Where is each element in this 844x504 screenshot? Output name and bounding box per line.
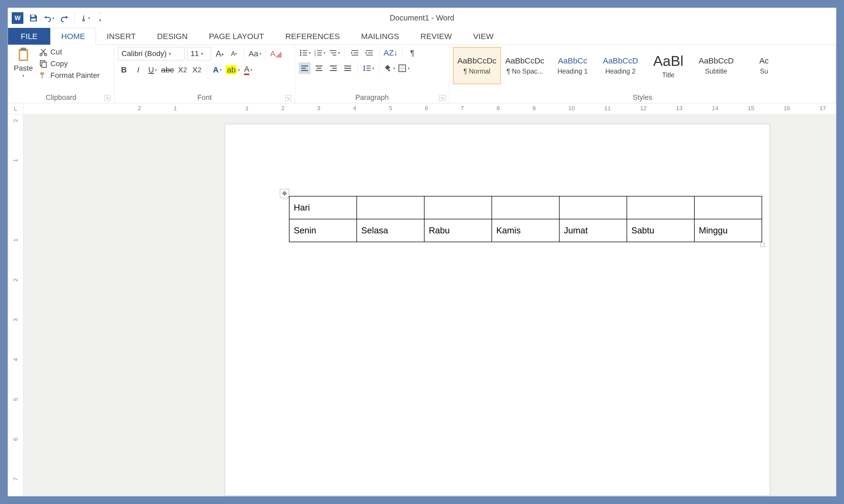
- font-color-button[interactable]: A: [242, 64, 254, 76]
- underline-button[interactable]: U: [147, 64, 158, 76]
- ruler-corner: L: [8, 103, 23, 114]
- svg-rect-1: [31, 18, 36, 21]
- table-cell[interactable]: [694, 196, 762, 219]
- save-button[interactable]: [28, 13, 39, 23]
- redo-button[interactable]: [59, 13, 70, 23]
- tab-page-layout[interactable]: PAGE LAYOUT: [198, 28, 275, 44]
- svg-rect-4: [21, 48, 26, 51]
- word-app-icon[interactable]: W: [12, 12, 23, 24]
- group-styles: AaBbCcDc¶ NormalAaBbCcDc¶ No Spac...AaBb…: [449, 45, 836, 103]
- highlight-button[interactable]: ab: [226, 64, 240, 76]
- copy-button[interactable]: Copy: [37, 59, 101, 69]
- undo-button[interactable]: ▾: [44, 13, 54, 23]
- bullets-button[interactable]: [299, 47, 311, 59]
- document-canvas[interactable]: ✥ HariSeninSelasaRabuKamisJumatSabtuMing…: [23, 114, 836, 496]
- tab-insert[interactable]: INSERT: [96, 28, 146, 44]
- tab-review[interactable]: REVIEW: [410, 28, 463, 44]
- tab-home[interactable]: HOME: [50, 28, 96, 45]
- group-label: Styles: [453, 92, 832, 103]
- document-table[interactable]: HariSeninSelasaRabuKamisJumatSabtuMinggu: [289, 196, 762, 242]
- table-resize-handle[interactable]: [760, 243, 765, 247]
- borders-button[interactable]: [398, 62, 410, 74]
- superscript-button[interactable]: X2: [191, 64, 203, 76]
- table-cell[interactable]: Jumat: [559, 219, 627, 242]
- tab-view[interactable]: VIEW: [463, 28, 504, 44]
- style-item[interactable]: AaBlTitle: [644, 47, 692, 84]
- tab-file[interactable]: FILE: [8, 28, 50, 44]
- clear-formatting-button[interactable]: A◢: [270, 48, 282, 59]
- clipboard-launcher[interactable]: ⤡: [104, 95, 110, 101]
- table-cell[interactable]: Minggu: [694, 219, 762, 242]
- horizontal-ruler[interactable]: 2112345678910111213141516171819: [23, 103, 836, 114]
- font-launcher[interactable]: ⤡: [285, 95, 291, 101]
- sort-button[interactable]: AZ↓: [383, 47, 398, 59]
- style-item[interactable]: AcSu: [740, 47, 788, 84]
- shrink-font-button[interactable]: A▾: [228, 48, 240, 59]
- svg-rect-0: [31, 15, 35, 17]
- table-cell[interactable]: Selasa: [357, 219, 424, 242]
- svg-rect-8: [42, 62, 46, 68]
- table-cell[interactable]: Sabtu: [627, 219, 694, 242]
- style-item[interactable]: AaBbCcDc¶ No Spac...: [501, 47, 549, 84]
- group-clipboard: Paste ▾ Cut Copy Format Painter: [8, 45, 114, 103]
- numbering-button[interactable]: 123: [313, 47, 325, 59]
- decrease-indent-button[interactable]: [349, 47, 360, 59]
- qat-customize-button[interactable]: ‾▾: [95, 13, 105, 23]
- grow-font-button[interactable]: A▴: [214, 48, 225, 59]
- cut-button[interactable]: Cut: [37, 47, 101, 57]
- page[interactable]: ✥ HariSeninSelasaRabuKamisJumatSabtuMing…: [225, 124, 770, 496]
- separator: [74, 13, 75, 23]
- line-spacing-button[interactable]: [362, 62, 374, 74]
- svg-point-9: [300, 50, 302, 52]
- subscript-button[interactable]: X2: [176, 64, 188, 76]
- multilevel-list-button[interactable]: [328, 47, 340, 59]
- styles-gallery[interactable]: AaBbCcDc¶ NormalAaBbCcDc¶ No Spac...AaBb…: [453, 47, 788, 92]
- style-item[interactable]: AaBbCcDc¶ Normal: [453, 47, 501, 84]
- svg-rect-3: [20, 51, 27, 60]
- table-cell[interactable]: Rabu: [424, 219, 492, 242]
- font-family-combo[interactable]: Calibri (Body)▾: [118, 47, 185, 60]
- paragraph-launcher[interactable]: ⤡: [440, 95, 445, 101]
- align-center-button[interactable]: [313, 62, 325, 74]
- vertical-ruler[interactable]: 211234567: [8, 114, 23, 496]
- change-case-button[interactable]: Aa: [248, 48, 261, 59]
- touch-mode-button[interactable]: ▾: [80, 13, 90, 23]
- justify-button[interactable]: [342, 62, 354, 74]
- table-cell[interactable]: Hari: [289, 196, 357, 219]
- paste-button[interactable]: Paste ▾: [12, 47, 35, 92]
- align-left-button[interactable]: [299, 62, 310, 74]
- tab-design[interactable]: DESIGN: [147, 28, 198, 44]
- italic-button[interactable]: I: [132, 64, 144, 76]
- group-label: Paragraph ⤡: [299, 92, 445, 103]
- text-effects-button[interactable]: A: [211, 64, 223, 76]
- app-frame: kompiwin kompiwin kompiwin kompiwin komp…: [7, 7, 837, 497]
- table-cell[interactable]: [492, 196, 559, 219]
- table-cell[interactable]: Senin: [289, 219, 357, 242]
- show-marks-button[interactable]: ¶: [407, 47, 418, 59]
- format-painter-button[interactable]: Format Painter: [37, 70, 101, 80]
- font-size-combo[interactable]: 11▾: [187, 47, 211, 60]
- style-item[interactable]: AaBbCcDSubtitle: [692, 47, 740, 84]
- table-cell[interactable]: [559, 196, 627, 219]
- table-cell[interactable]: Kamis: [492, 219, 559, 242]
- strikethrough-button[interactable]: abc: [161, 64, 174, 76]
- tab-references[interactable]: REFERENCES: [275, 28, 350, 44]
- table-cell[interactable]: [424, 196, 492, 219]
- svg-text:3: 3: [314, 54, 316, 57]
- svg-point-11: [300, 52, 302, 54]
- group-label: Font ⤡: [118, 92, 291, 103]
- increase-indent-button[interactable]: [363, 47, 375, 59]
- table-move-handle[interactable]: ✥: [280, 189, 289, 198]
- ribbon: Paste ▾ Cut Copy Format Painter: [8, 45, 836, 103]
- style-item[interactable]: AaBbCcDHeading 2: [597, 47, 644, 84]
- window-title: Document1 - Word: [390, 14, 454, 22]
- shading-button[interactable]: [383, 62, 395, 74]
- tab-mailings[interactable]: MAILINGS: [350, 28, 410, 44]
- align-right-button[interactable]: [327, 62, 339, 74]
- ribbon-tabs: FILE HOME INSERT DESIGN PAGE LAYOUT REFE…: [8, 28, 836, 45]
- table-cell[interactable]: [627, 196, 694, 219]
- quick-access-toolbar: W ▾ ▾ ‾▾ Document1 - Word: [8, 8, 836, 28]
- bold-button[interactable]: B: [118, 64, 130, 76]
- style-item[interactable]: AaBbCcHeading 1: [549, 47, 597, 84]
- table-cell[interactable]: [357, 196, 424, 219]
